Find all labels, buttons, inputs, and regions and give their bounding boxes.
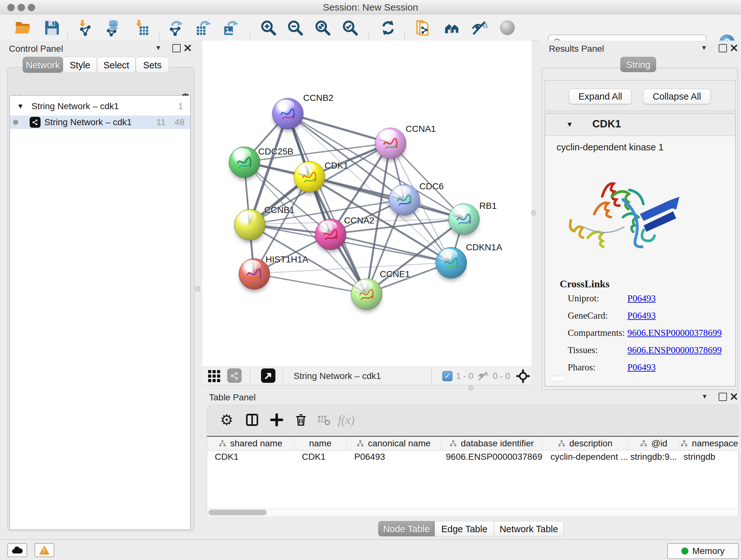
panel-float-icon[interactable]	[172, 44, 181, 52]
memory-button[interactable]: Memory	[667, 543, 739, 559]
open-session-icon[interactable]	[14, 18, 32, 37]
tab-style[interactable]: Style	[63, 57, 97, 73]
import-network-database-icon[interactable]	[104, 18, 122, 37]
tab-string[interactable]: String	[620, 57, 656, 72]
network-collection-row[interactable]: ▼ String Network – cdk1 1	[10, 100, 190, 113]
right-splitter-handle[interactable]	[531, 210, 536, 215]
network-canvas[interactable]: CCNB2CCNA1CDC25BCDK1CDC6RB1CCNB1CCNA2CDK…	[202, 41, 532, 367]
network-tree: ▼ String Network – cdk1 1 String Network…	[10, 96, 191, 530]
panel-menu-caret-icon[interactable]: ▾	[702, 43, 706, 52]
selected-checkbox-icon[interactable]: ✓	[442, 371, 453, 381]
network-node-label: CCNB1	[264, 205, 294, 215]
first-neighbors-icon[interactable]	[443, 18, 461, 37]
show-grid-icon[interactable]	[208, 370, 220, 382]
hidden-eye-slash-icon[interactable]	[477, 371, 489, 381]
save-session-icon[interactable]	[43, 18, 61, 37]
network-node-label: CDK1	[325, 161, 348, 171]
panel-menu-caret-icon[interactable]: ▾	[703, 392, 706, 401]
network-node-ccnb1[interactable]	[234, 209, 266, 240]
expand-all-button[interactable]: Expand All	[569, 89, 631, 104]
network-node-rb1[interactable]	[448, 203, 480, 235]
network-node-label: CDC6	[419, 181, 444, 192]
network-row-selected[interactable]: String Network – cdk1 11 48	[10, 116, 190, 129]
collapse-caret-icon[interactable]: ▼	[566, 120, 573, 129]
node-name: CDK1	[592, 118, 621, 130]
tree-expand-caret-icon[interactable]: ▼	[17, 102, 24, 111]
export-image-icon[interactable]	[221, 18, 240, 37]
import-table-file-icon[interactable]	[132, 18, 150, 37]
toolbar-separator	[431, 369, 432, 382]
crosslink-link[interactable]: P06493	[627, 310, 656, 321]
zoom-out-icon[interactable]	[286, 18, 305, 37]
detach-view-icon[interactable]	[261, 368, 275, 383]
crosslink-label: Compartments:	[568, 327, 625, 338]
network-node-cdk1[interactable]	[294, 161, 325, 192]
network-node-ccna1[interactable]	[375, 128, 406, 159]
export-network-icon[interactable]	[166, 18, 185, 37]
crosslink-link[interactable]: 9606.ENSP00000378699	[627, 327, 722, 338]
horizontal-splitter-handle[interactable]	[468, 385, 474, 391]
horizontal-scrollbar[interactable]	[207, 508, 738, 516]
panel-close-icon[interactable]	[730, 44, 738, 52]
node-details-header[interactable]: ▼ CDK1	[545, 113, 735, 136]
column-header-name[interactable]: name	[294, 437, 347, 450]
tab-node-table[interactable]: Node Table	[378, 521, 434, 537]
tab-network[interactable]: Network	[23, 57, 63, 73]
show-columns-icon[interactable]	[243, 411, 261, 429]
results-panel-title: Results Panel	[549, 44, 604, 54]
network-node-cdc25b[interactable]	[229, 146, 260, 178]
panel-close-icon[interactable]	[730, 393, 738, 400]
crosslink-label: GeneCard:	[568, 310, 608, 321]
warnings-button[interactable]	[35, 543, 54, 557]
zoom-in-icon[interactable]	[259, 18, 278, 37]
panel-menu-caret-icon[interactable]: ▾	[156, 43, 160, 52]
panel-float-icon[interactable]	[719, 44, 727, 52]
show-graphics-details-icon[interactable]	[498, 18, 517, 37]
column-header-database-identifier[interactable]: database identifier	[441, 437, 543, 450]
network-node-cdkn1a[interactable]	[435, 247, 467, 278]
network-node-ccna2[interactable]	[315, 219, 346, 250]
crosslink-link[interactable]: P06493	[627, 293, 656, 304]
tab-edge-table[interactable]: Edge Table	[434, 521, 494, 537]
results-scrollbar[interactable]	[550, 376, 567, 381]
new-network-from-selection-icon[interactable]	[414, 18, 433, 37]
cloud-status-button[interactable]	[7, 543, 27, 557]
birds-eye-crosshair-icon[interactable]	[516, 369, 530, 383]
column-header-shared-name[interactable]: shared name	[207, 437, 294, 450]
panel-float-icon[interactable]	[719, 393, 727, 401]
scrollbar-thumb[interactable]	[208, 509, 267, 515]
add-column-icon[interactable]	[268, 411, 286, 429]
network-node-ccne1[interactable]	[351, 278, 382, 310]
collapse-all-button[interactable]: Collapse All	[643, 89, 711, 104]
node-count: 11	[156, 117, 165, 127]
hidden-counts: 0 - 0	[493, 371, 510, 381]
panel-close-icon[interactable]	[184, 44, 192, 52]
tab-network-table[interactable]: Network Table	[494, 521, 563, 537]
column-header-description[interactable]: description	[543, 437, 628, 450]
export-table-icon[interactable]	[194, 18, 212, 37]
main-toolbar: ?	[0, 15, 741, 41]
refresh-icon[interactable]	[379, 18, 397, 37]
network-nodes-layer: CCNB2CCNA1CDC25BCDK1CDC6RB1CCNB1CCNA2CDK…	[202, 41, 532, 367]
network-node-cdc6[interactable]	[389, 184, 420, 215]
current-network-dot-icon	[13, 120, 18, 125]
column-header-canonical-name[interactable]: canonical name	[347, 437, 441, 450]
delete-column-icon[interactable]	[292, 411, 310, 429]
node-description: cyclin-dependent kinase 1	[556, 142, 664, 152]
column-header-namespace[interactable]: namespace	[680, 437, 739, 450]
table-settings-gear-icon[interactable]: ⚙	[218, 411, 235, 429]
left-splitter-handle[interactable]	[195, 286, 200, 292]
network-node-ccnb2[interactable]	[272, 98, 304, 129]
import-network-file-icon[interactable]	[75, 18, 94, 37]
node-details-card: ▼ CDK1 cyclin-dependent kinase 1	[545, 113, 736, 386]
hide-selected-icon[interactable]	[470, 18, 488, 37]
zoom-selected-icon[interactable]	[341, 18, 359, 37]
crosslink-link[interactable]: 9606.ENSP00000378699	[627, 345, 722, 355]
column-header-id[interactable]: @id	[628, 437, 680, 450]
control-panel: Control Panel ▾ Network Style Select Set…	[0, 41, 201, 539]
zoom-fit-icon[interactable]	[313, 18, 332, 37]
tab-sets[interactable]: Sets	[136, 57, 169, 73]
crosslink-link[interactable]: P06493	[627, 362, 656, 373]
network-share-icon[interactable]	[227, 368, 242, 383]
tab-select[interactable]: Select	[97, 57, 136, 73]
